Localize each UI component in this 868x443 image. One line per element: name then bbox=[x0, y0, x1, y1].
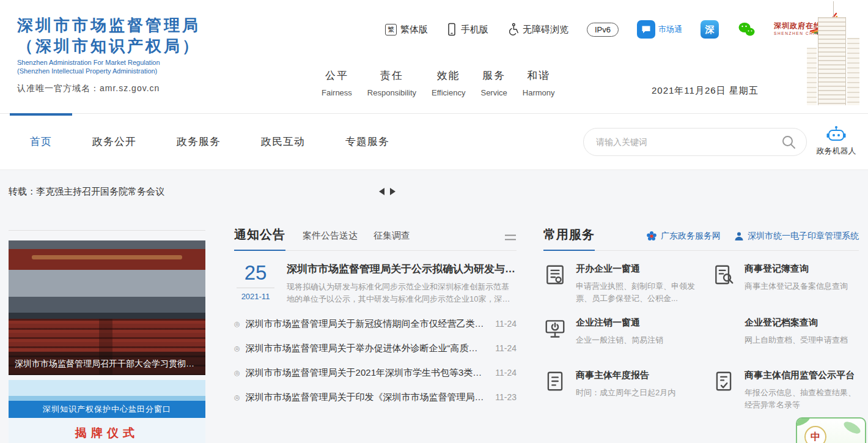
credit-check-icon bbox=[712, 370, 735, 393]
empty-icon-slot bbox=[712, 317, 735, 340]
featured-notice-summary: 现将拟确认为研发与标准化同步示范企业和深圳标准创新示范基地的单位予以公示，其中研… bbox=[287, 281, 517, 305]
notices-header: 通知公告 案件公告送达 征集调查 bbox=[234, 226, 517, 251]
official-domain-note: 认准唯一官方域名：amr.sz.gov.cn bbox=[17, 83, 200, 94]
service-archive-search[interactable]: 企业登记档案查询 网上自助查档、受理申请查档 bbox=[712, 317, 859, 357]
services-section: 常用服务 广东政务服务网 深圳市统一电子印章管理系统 bbox=[543, 213, 859, 411]
notice-item[interactable]: ◎ 深圳市市场监督管理局关于新冠疫情期间全市仅经营乙类非... 11-24 bbox=[234, 311, 517, 336]
notices-title: 通知公告 bbox=[234, 226, 285, 250]
services-header: 常用服务 广东政务服务网 深圳市统一电子印章管理系统 bbox=[543, 226, 859, 251]
ticker-headline[interactable]: 转载：李克强主持召开国务院常务会议 bbox=[9, 186, 164, 198]
value-responsibility: 责任Responsibility bbox=[365, 69, 419, 97]
services-title: 常用服务 bbox=[543, 226, 595, 250]
notices-section: 通知公告 案件公告送达 征集调查 25 2021-11 深圳市市场监督管理局关于… bbox=[234, 213, 517, 409]
robot-icon bbox=[826, 125, 847, 144]
slide-caption: 深圳市市场监督管理局召开干部大会学习贯彻党的十... bbox=[9, 352, 205, 375]
value-service: 服务Service bbox=[478, 69, 509, 97]
nav-item-home[interactable]: 首页 bbox=[10, 114, 72, 170]
leaf-decoration bbox=[842, 419, 862, 436]
main-nav: 首页 政务公开 政务服务 政民互动 专题服务 政务机器人 bbox=[0, 113, 868, 170]
service-registry-search[interactable]: 商事登记簿查询 商事主体登记及备案信息查询 bbox=[712, 263, 859, 305]
ceremony-subtitle: 揭牌仪式 bbox=[9, 425, 205, 441]
notices-tabs: 案件公告送达 征集调查 bbox=[303, 230, 410, 250]
featured-notice[interactable]: 25 2021-11 深圳市市场监督管理局关于公示拟确认为研发与标... 现将拟… bbox=[234, 262, 517, 305]
value-efficiency: 效能Efficiency bbox=[429, 69, 468, 97]
value-harmony: 和谐Harmony bbox=[520, 69, 557, 97]
leaf-decoration bbox=[796, 417, 812, 428]
business-license-icon bbox=[543, 263, 567, 286]
search-box[interactable] bbox=[583, 128, 807, 156]
next-arrow-icon[interactable] bbox=[390, 188, 395, 195]
notice-item[interactable]: ◎ 深圳市市场监督管理局关于2021年深圳市学生书包等3类产... 11-24 bbox=[234, 360, 517, 385]
site-title: 深圳市市场监督管理局 （深圳市知识产权局） bbox=[17, 15, 200, 56]
accessibility-icon bbox=[507, 23, 519, 36]
bullet-icon: ◎ bbox=[234, 393, 240, 401]
value-fairness: 公平Fairness bbox=[319, 69, 355, 97]
carousel-controls bbox=[379, 188, 395, 195]
gd-gov-flower-icon bbox=[646, 231, 657, 242]
e-seal-system-link[interactable]: 深圳市统一电子印章管理系统 bbox=[734, 231, 859, 242]
carousel-slide-meeting[interactable]: 深圳市市场监督管理局召开干部大会学习贯彻党的十... bbox=[9, 240, 205, 375]
bullet-icon: ◎ bbox=[234, 344, 240, 352]
building-sketch bbox=[798, 0, 867, 105]
bullet-icon: ◎ bbox=[234, 369, 240, 377]
nav-item-interaction[interactable]: 政民互动 bbox=[241, 114, 325, 170]
traditional-chinese-link[interactable]: 繁 繁体版 bbox=[385, 24, 428, 35]
notice-item[interactable]: ◎ 深圳市市场监督管理局关于印发《深圳市市场监督管理局商... 11-23 bbox=[234, 385, 517, 409]
tab-surveys[interactable]: 征集调查 bbox=[373, 230, 410, 242]
search-input[interactable] bbox=[596, 137, 781, 147]
ceremony-banner-text: 深圳知识产权保护中心盐田分窗口 bbox=[9, 404, 205, 415]
widget-badge: 中 bbox=[804, 426, 826, 443]
annual-report-icon bbox=[543, 370, 567, 393]
page-header: 深圳市市场监督管理局 （深圳市知识产权局） Shenzhen Administr… bbox=[0, 0, 868, 113]
services-grid: 开办企业一窗通 申请营业执照、刻制印章、申领发票、员工参保登记、公积金... 商… bbox=[543, 263, 859, 411]
featured-notice-date: 25 2021-11 bbox=[234, 262, 277, 305]
ipv6-badge[interactable]: IPv6 bbox=[587, 23, 619, 37]
i-shenzhen-app-icon[interactable]: 深 bbox=[701, 20, 719, 39]
photo-carousel: 深圳市市场监督管理局召开干部大会学习贯彻党的十... 深圳知识产权保护中心盐田分… bbox=[9, 230, 205, 443]
wechat-icon[interactable] bbox=[737, 21, 756, 37]
nav-item-gov-services[interactable]: 政务服务 bbox=[156, 114, 241, 170]
nav-item-special-services[interactable]: 专题服务 bbox=[325, 114, 410, 170]
page-content: 转载：李克强主持召开国务院常务会议 深圳市市场监督管理局召开干部大会学习贯彻党的… bbox=[0, 170, 868, 443]
nav-item-gov-info[interactable]: 政务公开 bbox=[72, 114, 156, 170]
market-app-link[interactable]: 市场通 bbox=[637, 20, 682, 39]
e-seal-person-icon bbox=[734, 231, 744, 241]
notice-item[interactable]: ◎ 深圳市市场监督管理局关于举办促进体外诊断企业“高质量... 11-24 bbox=[234, 336, 517, 360]
search-icon[interactable] bbox=[781, 134, 796, 150]
service-deregistration[interactable]: 企业注销一窗通 企业一般注销、简易注销 bbox=[543, 317, 696, 357]
prev-arrow-icon[interactable] bbox=[379, 188, 384, 195]
carousel-slide-ceremony[interactable]: 深圳知识产权保护中心盐田分窗口 揭牌仪式 bbox=[9, 380, 205, 443]
featured-notice-title[interactable]: 深圳市市场监督管理局关于公示拟确认为研发与标... bbox=[287, 262, 517, 276]
traditional-chinese-icon: 繁 bbox=[385, 24, 397, 35]
news-ticker: 转载：李克强主持召开国务院常务会议 bbox=[9, 170, 859, 213]
tab-case-announcements[interactable]: 案件公告送达 bbox=[303, 230, 358, 242]
bullet-icon: ◎ bbox=[234, 320, 240, 328]
more-icon[interactable] bbox=[504, 234, 517, 250]
service-annual-report[interactable]: 商事主体年度报告 时间：成立周年之日起2月内 bbox=[543, 370, 696, 411]
topbar: 繁 繁体版 手机版 无障碍浏览 IPv6 市场通 深 bbox=[385, 17, 835, 42]
service-credit-platform[interactable]: 商事主体信用监管公示平台 年报公示信息、抽查检查结果、经营异常名录等 bbox=[712, 370, 859, 411]
accessibility-link[interactable]: 无障碍浏览 bbox=[507, 23, 568, 36]
mobile-icon bbox=[446, 23, 457, 36]
gd-gov-service-link[interactable]: 广东政务服务网 bbox=[646, 231, 721, 242]
gov-robot-button[interactable]: 政务机器人 bbox=[813, 125, 859, 157]
current-date: 2021年11月26日 星期五 bbox=[652, 85, 759, 97]
meeting-banner-decoration bbox=[32, 255, 182, 259]
service-open-business[interactable]: 开办企业一窗通 申请营业执照、刻制印章、申领发票、员工参保登记、公积金... bbox=[543, 263, 696, 305]
notice-list: ◎ 深圳市市场监督管理局关于新冠疫情期间全市仅经营乙类非... 11-24 ◎ … bbox=[234, 311, 517, 409]
search-document-icon bbox=[712, 263, 735, 286]
site-logo[interactable]: 深圳市市场监督管理局 （深圳市知识产权局） Shenzhen Administr… bbox=[17, 15, 200, 94]
site-title-english: Shenzhen Administration For Market Regul… bbox=[17, 58, 200, 75]
market-app-icon bbox=[637, 20, 655, 39]
services-links: 广东政务服务网 深圳市统一电子印章管理系统 bbox=[646, 231, 859, 250]
floating-widget[interactable]: 中 bbox=[796, 417, 866, 443]
deregister-monitor-icon bbox=[543, 317, 567, 340]
mobile-version-link[interactable]: 手机版 bbox=[446, 23, 488, 36]
core-values: 公平Fairness 责任Responsibility 效能Efficiency… bbox=[319, 69, 557, 97]
